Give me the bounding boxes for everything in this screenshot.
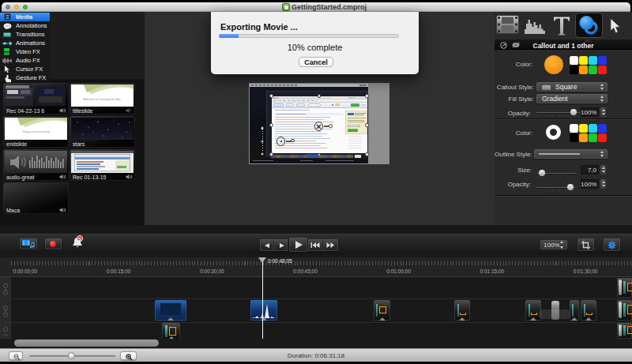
- svg-text:Welcome to Camtasia for Mac: Welcome to Camtasia for Mac: [83, 98, 121, 101]
- svg-text:Happy screencasting!: Happy screencasting!: [23, 130, 51, 133]
